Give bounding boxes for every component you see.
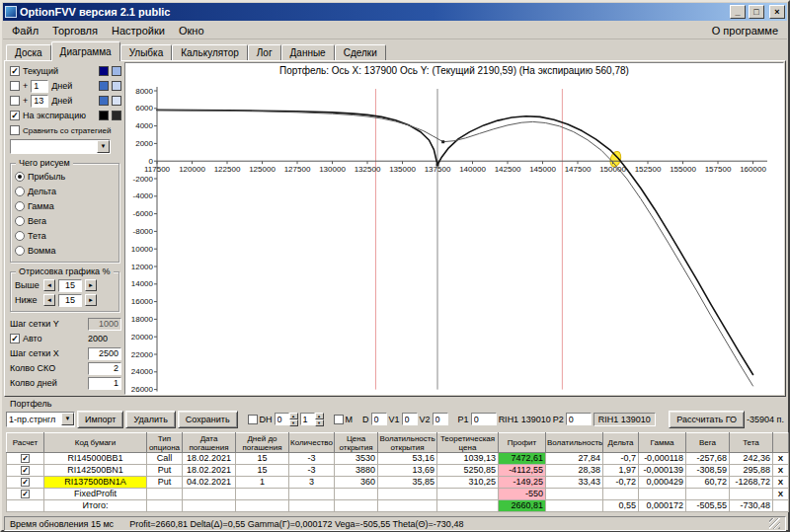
plus1-days-input[interactable]	[31, 80, 48, 93]
svg-text:-6000: -6000	[133, 209, 154, 218]
spin-up-icon[interactable]: ▲	[289, 413, 298, 419]
plus1-color-swatch-1[interactable]	[99, 81, 109, 91]
plus1-color-swatch-2[interactable]	[112, 81, 121, 91]
plus2-color-swatch-2[interactable]	[112, 96, 121, 106]
sko-input[interactable]	[88, 362, 121, 375]
expiry-color-swatch-1[interactable]	[99, 111, 109, 120]
draw-option-Вомма[interactable]: Вомма	[15, 245, 116, 257]
chevron-down-icon[interactable]: ▼	[61, 413, 74, 425]
compare-checkbox[interactable]	[10, 125, 20, 135]
expiry-color-swatch-2[interactable]	[112, 111, 121, 120]
delete-button[interactable]: Удалить	[125, 411, 175, 428]
menu-item-Файл[interactable]: Файл	[5, 24, 45, 38]
tab-Сделки[interactable]: Сделки	[335, 44, 386, 60]
column-header: Вега	[686, 433, 730, 453]
plus1-checkbox[interactable]	[10, 81, 20, 91]
draw-option-label: Дельта	[28, 187, 56, 196]
maximize-button[interactable]: □	[749, 5, 764, 19]
profit-chart: 80006000400020000-2000-4000-6000-8000-10…	[131, 77, 775, 397]
v2-input[interactable]	[433, 413, 448, 425]
spinner-b-input[interactable]	[300, 413, 315, 425]
radio-icon[interactable]	[15, 201, 25, 211]
spin-down-icon[interactable]: ▼	[289, 419, 298, 426]
expiry-checkbox[interactable]: ✓	[10, 111, 20, 120]
save-button[interactable]: Сохранить	[178, 411, 238, 428]
below-decrease-icon[interactable]: ◄	[43, 294, 55, 306]
tab-Калькулятор[interactable]: Калькулятор	[172, 44, 248, 60]
spinner-a-input[interactable]	[275, 413, 289, 425]
delete-position-button[interactable]: X	[773, 477, 789, 489]
above-increase-icon[interactable]: ►	[85, 279, 97, 291]
title-bar[interactable]: OptionFVV версия 2.1 public _ □ ×	[3, 3, 787, 21]
theta-cell	[730, 489, 773, 500]
spin-up-icon[interactable]: ▲	[315, 413, 324, 419]
below-input[interactable]	[58, 294, 82, 307]
draw-option-Гамма[interactable]: Гамма	[15, 200, 116, 212]
chevron-down-icon[interactable]: ▼	[97, 140, 110, 153]
row-checkbox[interactable]: ✓	[21, 478, 30, 487]
minimize-button[interactable]: _	[730, 5, 746, 19]
strategy-compare-select[interactable]: ▼	[10, 139, 111, 154]
radio-icon[interactable]	[15, 187, 25, 196]
menu-item-about[interactable]: О программе	[705, 24, 785, 38]
type-cell	[147, 500, 183, 512]
p1-input[interactable]	[471, 413, 497, 425]
delete-position-button[interactable]: X	[773, 465, 789, 477]
svg-text:132500: 132500	[355, 165, 381, 174]
auto-value: 2000	[88, 334, 108, 343]
row-checkbox[interactable]: ✓	[21, 454, 30, 463]
tab-Данные[interactable]: Данные	[281, 44, 335, 60]
draw-group: Чего рисуем ПрибыльДельтаГаммаВегаТетаВо…	[10, 163, 119, 263]
menu-item-Настройки[interactable]: Настройки	[105, 24, 172, 38]
plus2-days-input[interactable]	[31, 95, 48, 108]
radio-icon[interactable]	[15, 231, 25, 241]
draw-option-Дельта[interactable]: Дельта	[15, 186, 116, 197]
draw-option-Прибыль[interactable]: Прибыль	[15, 171, 116, 183]
resize-grip[interactable]	[769, 518, 780, 529]
row-checkbox[interactable]: ✓	[21, 490, 30, 498]
delete-position-button[interactable]: X	[773, 489, 789, 500]
below-increase-icon[interactable]: ►	[85, 294, 97, 306]
plus2-color-swatch-1[interactable]	[99, 96, 109, 106]
row-checkbox[interactable]: ✓	[21, 466, 30, 475]
svg-text:135000: 135000	[389, 165, 416, 174]
calc-margin-button[interactable]: Рассчитать ГО	[669, 411, 745, 428]
menu-item-Окно[interactable]: Окно	[172, 24, 211, 38]
column-header: Теоретическая цена	[437, 433, 499, 453]
days-count-input[interactable]	[88, 377, 121, 390]
menu-item-Торговля[interactable]: Торговля	[45, 24, 105, 38]
above-input[interactable]	[58, 279, 82, 292]
radio-icon[interactable]	[15, 246, 25, 256]
column-header: Дней до погашения	[236, 433, 289, 453]
dh-checkbox[interactable]	[248, 415, 258, 424]
qty-cell: -3	[289, 465, 335, 477]
plus2-checkbox[interactable]	[10, 96, 20, 106]
draw-option-Вега[interactable]: Вега	[15, 215, 116, 227]
tab-Диаграмма[interactable]: Диаграмма	[51, 41, 120, 61]
tab-Доска[interactable]: Доска	[6, 44, 51, 60]
above-decrease-icon[interactable]: ◄	[43, 279, 55, 291]
render-group-title: Отрисовка графика %	[16, 266, 114, 276]
current-color-swatch-2[interactable]	[112, 66, 121, 76]
tab-Лог[interactable]: Лог	[248, 44, 281, 60]
close-button[interactable]: ×	[769, 5, 785, 19]
d-input[interactable]	[371, 413, 387, 425]
spin-down-icon[interactable]: ▼	[315, 419, 324, 426]
compare-row: Сравнить со стратегией	[10, 124, 121, 136]
current-color-swatch-1[interactable]	[99, 66, 109, 76]
auto-checkbox[interactable]: ✓	[10, 334, 20, 343]
radio-icon[interactable]	[15, 172, 25, 182]
m-checkbox[interactable]	[334, 415, 344, 424]
radio-icon[interactable]	[15, 216, 25, 226]
tab-Улыбка[interactable]: Улыбка	[120, 44, 173, 60]
p2-input[interactable]	[566, 413, 592, 425]
svg-text:-8000: -8000	[133, 227, 154, 236]
strategy-select[interactable]: 1-пр.стрнгл ▼	[6, 412, 75, 427]
delete-position-button[interactable]: X	[773, 453, 789, 465]
vol-cell: 28,38	[546, 465, 603, 477]
draw-option-Тета[interactable]: Тета	[15, 230, 116, 242]
v1-input[interactable]	[402, 413, 418, 425]
grid-x-input[interactable]	[88, 347, 121, 360]
current-checkbox[interactable]: ✓	[10, 66, 20, 76]
import-button[interactable]: Импорт	[77, 411, 123, 428]
